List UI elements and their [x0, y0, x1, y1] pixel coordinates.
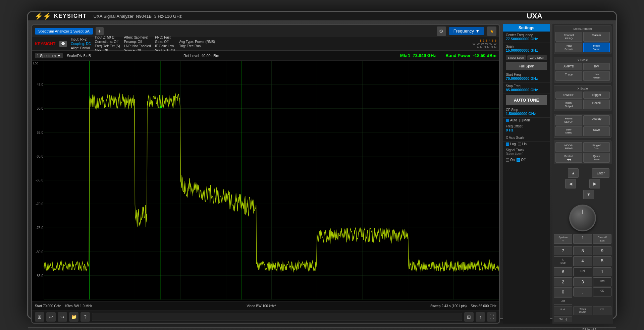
backspace-button[interactable]: ⌫ — [593, 287, 611, 296]
nav-down-button[interactable]: ▼ — [583, 190, 594, 199]
stop-freq-item[interactable]: Stop Freq 85.000000000 GHz — [503, 82, 550, 94]
meas-bar: 1 Spectrum ▼ Scale/Div 5 dB Ref Level -4… — [32, 51, 499, 61]
status-bar: KEYSIGHT 💬 Input: RF2 Coupling: DC Align… — [32, 37, 499, 51]
undo-hw-button[interactable]: Undo — [554, 306, 572, 315]
teach-button[interactable]: TeachOn/Off — [573, 306, 592, 315]
restart-button[interactable]: Restart◀◀ — [555, 153, 582, 163]
bottom-btn-row: Undo TeachOn/Off □□ Tab →| — [552, 306, 613, 324]
keysight-logo: ⚡⚡ KEYSIGHT — [35, 12, 87, 20]
toolbar: ⊞ ↩ ↪ 📁 ? ⊞ ↑ ⛶ — [32, 311, 499, 323]
func2-button[interactable]: □□ — [593, 306, 611, 315]
num-7[interactable]: 7 — [554, 246, 572, 255]
tuning-knob[interactable] — [569, 205, 596, 231]
num-3[interactable]: 3 — [573, 277, 592, 286]
mode-meas-button[interactable]: MODE/MEAS — [555, 142, 582, 152]
fraction-bsp-button[interactable]: ¹⁄ₓBSp — [554, 256, 572, 266]
trigger-button[interactable]: Trigger — [583, 92, 610, 99]
question-button[interactable]: ? — [573, 234, 592, 244]
bw-button[interactable]: BW — [583, 63, 610, 70]
nav-up-button[interactable]: ▲ — [568, 168, 579, 178]
nav-row-top: ▲ Enter — [556, 168, 609, 178]
windows-button[interactable]: ⊞ — [35, 312, 44, 322]
chart-container: Log — [32, 61, 499, 301]
st-off-radio[interactable]: Off — [517, 158, 525, 162]
single-cont-button[interactable]: Single/Cont — [583, 142, 610, 152]
y-scale-title: Y Scale — [555, 58, 610, 62]
quick-save-button[interactable]: QuickSave — [583, 153, 610, 163]
alt-button[interactable]: Alt — [554, 297, 572, 305]
nav-left-button[interactable]: ◀ — [565, 179, 576, 188]
help-button[interactable]: ? — [80, 312, 90, 322]
trace-button[interactable]: Trace — [555, 71, 582, 81]
cursor-button[interactable]: ↑ — [476, 312, 485, 322]
mode-preset-button[interactable]: ModePreset — [583, 43, 610, 52]
zero-span-button[interactable]: Zero Span — [527, 55, 547, 60]
y-scale-section: Y Scale AMPTD BW Trace UserPreset — [554, 57, 611, 82]
recall-button[interactable]: Recall — [583, 100, 610, 109]
scale-div: Scale/Div 5 dB — [67, 54, 91, 58]
input-output-button[interactable]: Input/Output — [555, 100, 582, 109]
system-button[interactable]: System○ — [554, 234, 572, 244]
save-button[interactable]: Save — [583, 126, 610, 136]
star-button[interactable]: ★ — [487, 26, 496, 36]
tab-button[interactable]: Tab →| — [554, 316, 572, 322]
num-2[interactable]: 2 — [554, 277, 572, 286]
swept-span-button[interactable]: Swept Span — [506, 55, 526, 60]
full-span-button[interactable]: Full Span — [506, 62, 547, 70]
spectrum-select[interactable]: 1 Spectrum ▼ — [35, 53, 63, 58]
st-on-radio[interactable]: On — [506, 158, 515, 162]
num-0[interactable]: 0 — [554, 287, 572, 296]
st-off-radio-box — [517, 158, 520, 162]
center-freq-item[interactable]: Center Frequency 77.500000000 GHz — [503, 32, 550, 43]
user-preset-button[interactable]: UserPreset — [583, 71, 610, 81]
peak-search-button[interactable]: PeakSearch — [555, 43, 582, 52]
add-tab-button[interactable]: + — [96, 27, 104, 35]
toolbar-input[interactable] — [92, 313, 462, 321]
status-col-5: Avg Type: Power (RMS) Trig: Free Run — [179, 40, 215, 48]
span-item[interactable]: Span 15.000000000 GHz — [503, 43, 550, 54]
num-9[interactable]: 9 — [593, 246, 611, 255]
fullscreen-button[interactable]: ⛶ — [487, 312, 496, 322]
cf-step-item[interactable]: CF Step 1.500000000 GHz — [503, 106, 550, 118]
cf-auto-radio[interactable]: Auto — [506, 118, 517, 122]
cf-man-radio[interactable]: Man — [519, 118, 530, 122]
del-button[interactable]: Del — [573, 267, 592, 276]
grid-button[interactable]: ⊞ — [464, 312, 474, 322]
x-lin-radio[interactable]: Lin — [518, 142, 527, 146]
enter-button[interactable]: Enter — [592, 168, 609, 178]
stop-freq-label: Stop 85.000 GHz — [471, 304, 496, 308]
nav-right-button[interactable]: ▶ — [589, 179, 600, 188]
folder-button[interactable]: 📁 — [69, 312, 78, 322]
settings-gear-button[interactable]: ⚙ — [437, 26, 446, 36]
num-1[interactable]: 1 — [593, 267, 611, 276]
far-right-controls: Measurement ChannelFREQ Marker PeakSearc… — [552, 24, 613, 324]
undo-button[interactable]: ↩ — [46, 312, 56, 322]
logo-text: KEYSIGHT — [54, 13, 87, 19]
x-axis-radio-row: Log Lin — [503, 142, 550, 147]
marker-info: Mkr1 73.849 GHz — [400, 53, 436, 58]
user-menu-button[interactable]: UserMenu — [555, 126, 582, 136]
status-col-3: Atten: (tap here) Preamp: Off LNP: Not E… — [124, 35, 151, 53]
num-8[interactable]: 8 — [573, 246, 592, 255]
active-tab[interactable]: Spectrum Analyzer 1 Swept SA — [35, 28, 93, 35]
amptd-button[interactable]: AMPTD — [555, 63, 582, 70]
start-freq-item[interactable]: Start Freq 70.000000000 GHz — [503, 71, 550, 82]
meas-setup-button[interactable]: MEASSETUP — [555, 115, 582, 125]
freq-offset-item[interactable]: Freq Offset 0 Hz — [503, 123, 550, 134]
cancel-edit-button[interactable]: Cancel/Edit — [593, 234, 611, 244]
num-5[interactable]: 5 — [593, 256, 611, 266]
channel-freq-button[interactable]: ChannelFREQ — [555, 32, 582, 42]
num-6[interactable]: 6 — [554, 267, 572, 276]
marker-button[interactable]: Marker — [583, 32, 610, 42]
ctrl-button[interactable]: Ctrl — [593, 277, 611, 286]
status-col-1: Input: RF2 Coupling: DC Align: Partial — [71, 37, 91, 50]
frequency-button[interactable]: Frequency ▼ — [449, 27, 484, 35]
decimal-button[interactable]: . — [573, 287, 592, 296]
num-4[interactable]: 4 — [573, 256, 592, 266]
auto-tune-button[interactable]: AUTO TUNE — [506, 95, 547, 105]
sweep-button[interactable]: SWEEP — [555, 92, 582, 99]
meas-setup-btn-grid: MEASSETUP Display UserMenu Save — [555, 115, 610, 136]
x-log-radio[interactable]: Log — [506, 142, 516, 146]
display-button[interactable]: Display — [583, 115, 610, 125]
redo-button[interactable]: ↪ — [58, 312, 67, 322]
